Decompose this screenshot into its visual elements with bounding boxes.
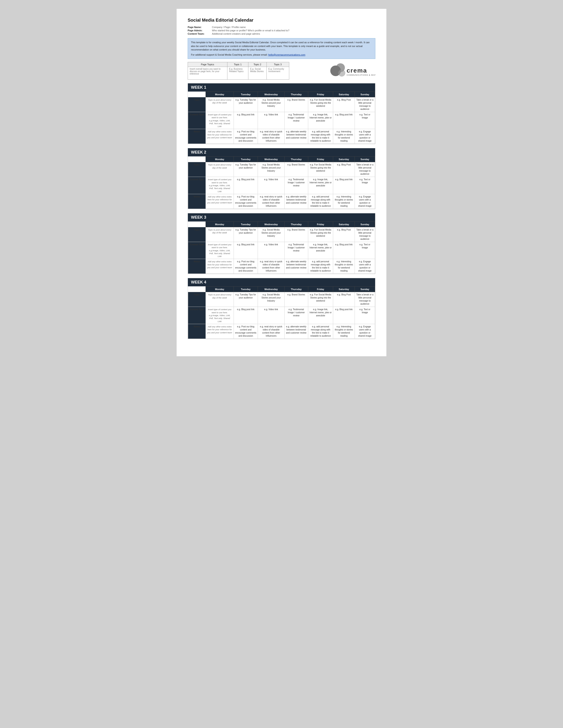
calendar-cell: e.g. add personal message along with the… xyxy=(308,259,333,274)
calendar-cell: e.g. Fun Social Media Stories going into… xyxy=(308,162,333,177)
table-row: NotesAdd any other extra notes here for … xyxy=(188,194,375,209)
day-header: Monday xyxy=(206,221,234,227)
calendar-cell: e.g. Post our blog content and encourage… xyxy=(233,129,258,144)
day-header: Wednesday xyxy=(258,92,285,97)
calendar-cell: e.g. Engage users with a question or sha… xyxy=(355,129,375,144)
meta-section: Page Name: Company / Page / Profile name… xyxy=(188,26,375,35)
row-label: Notes xyxy=(188,259,206,274)
calendar-cell: Take a break or a little personal messag… xyxy=(355,227,375,242)
week-block: WEEK 4MondayTuesdayWednesdayThursdayFrid… xyxy=(188,278,375,339)
row-label: Topic xyxy=(188,227,206,242)
day-header: Sunday xyxy=(355,221,375,227)
day-header: Monday xyxy=(206,157,234,162)
day-header: Tuesday xyxy=(233,92,258,97)
day-header: Sunday xyxy=(355,92,375,97)
calendar-cell: e.g. Engage users with a question or sha… xyxy=(355,259,375,274)
day-header: Saturday xyxy=(333,92,355,97)
row-label: Content Type xyxy=(188,307,206,324)
calendar-cell: Topic to post about every day of the wee… xyxy=(206,162,234,177)
info-text: This template is for creating your weekl… xyxy=(191,41,372,52)
calendar-cell: e.g. neat story or quick video of sharab… xyxy=(258,129,285,144)
corner-cell xyxy=(188,92,206,97)
day-header: Tuesday xyxy=(233,221,258,227)
page-name-value: Company / Page / Profile name xyxy=(212,26,246,28)
table-row: Content TypeInsert type of content you w… xyxy=(188,307,375,324)
calendar-cell: e.g. Interesting thoughts or stories for… xyxy=(333,129,355,144)
day-header: Tuesday xyxy=(233,157,258,162)
calendar-cell: e.g. Interesting thoughts or stories for… xyxy=(333,324,355,339)
table-row: Content TypeInsert type of content you w… xyxy=(188,177,375,194)
topics-table: Page TopicsTopic 1Topic 2Topic 3 Insert … xyxy=(188,62,289,80)
calendar-cell: e.g. Blog post link xyxy=(333,177,355,194)
calendar-cell: e.g. neat story or quick video of sharab… xyxy=(258,259,285,274)
calendar-cell: Add any other extra notes here for your … xyxy=(206,129,234,144)
table-row: TopicTopic to post about every day of th… xyxy=(188,227,375,242)
calendar-cell: e.g. Fun Social Media Stories going into… xyxy=(308,292,333,307)
day-header: Friday xyxy=(308,92,333,97)
week-block: WEEK 1MondayTuesdayWednesdayThursdayFrid… xyxy=(188,83,375,144)
day-header: Thursday xyxy=(285,157,308,162)
calendar-cell: e.g. neat story or quick video of sharab… xyxy=(258,324,285,339)
calendar-cell: e.g. Social Media Stories around your In… xyxy=(258,162,285,177)
calendar-cell: e.g. Brand Stories xyxy=(285,227,308,242)
calendar-cell: Insert type of content you want to use h… xyxy=(206,242,234,259)
topics-header-cell: Page Topics xyxy=(188,62,227,67)
calendar-cell: e.g. Blog post link xyxy=(233,112,258,129)
week-block: WEEK 3MondayTuesdayWednesdayThursdayFrid… xyxy=(188,213,375,274)
info-box: This template is for creating your weekl… xyxy=(188,38,375,59)
calendar-cell: e.g. Tuesday Tips for your audience xyxy=(233,97,258,112)
calendar-cell: e.g. Image link, Internet meme, joke or … xyxy=(308,177,333,194)
calendar-cell: e.g. Post our blog content and encourage… xyxy=(233,259,258,274)
calendar-cell: e.g. Blog post link xyxy=(233,242,258,259)
calendar-cell: e.g. Tuesday Tips for your audience xyxy=(233,292,258,307)
calendar-cell: Insert type of content you want to use h… xyxy=(206,307,234,324)
calendar-cell: e.g. Tuesday Tips for your audience xyxy=(233,227,258,242)
support-email-link[interactable]: hello@cremacommunications.com xyxy=(268,53,305,56)
row-label: Content Type xyxy=(188,177,206,194)
topics-data-cell: E.g. Social Media Stories xyxy=(248,67,266,80)
week-header: WEEK 4 xyxy=(188,278,375,286)
calendar-cell: e.g. Brand Stories xyxy=(285,97,308,112)
row-label: Content Type xyxy=(188,112,206,129)
calendar-cell: e.g. Blog post link xyxy=(333,112,355,129)
week-block: WEEK 2MondayTuesdayWednesdayThursdayFrid… xyxy=(188,148,375,209)
day-header: Tuesday xyxy=(233,287,258,292)
calendar-cell: Insert type of content you want to use h… xyxy=(206,112,234,129)
row-label: Topic xyxy=(188,162,206,177)
calendar-cell: Take a break or a little personal messag… xyxy=(355,97,375,112)
svg-text:COMMUNICATIONS & MARKETING: COMMUNICATIONS & MARKETING xyxy=(347,74,375,76)
topics-logo-section: Page TopicsTopic 1Topic 2Topic 3 Insert … xyxy=(188,62,375,80)
calendar-cell: e.g. Interesting thoughts or stories for… xyxy=(333,194,355,209)
calendar-cell: e.g. Social Media Stories around your In… xyxy=(258,292,285,307)
table-row: TopicTopic to post about every day of th… xyxy=(188,97,375,112)
calendar-cell: e.g. Tuesday Tips for your audience xyxy=(233,162,258,177)
calendar-table: MondayTuesdayWednesdayThursdayFridaySatu… xyxy=(188,92,375,144)
table-row: NotesAdd any other extra notes here for … xyxy=(188,259,375,274)
topics-data-cell: Insert overall topics you want to discus… xyxy=(188,67,227,80)
calendar-cell: e.g. Testimonial Image / customer review xyxy=(285,177,308,194)
calendar-cell: e.g. alternate weekly between testimonia… xyxy=(285,194,308,209)
calendar-cell: e.g. Social Media Stories around your In… xyxy=(258,97,285,112)
day-header: Sunday xyxy=(355,157,375,162)
row-label: Notes xyxy=(188,129,206,144)
calendar-cell: e.g. alternate weekly between testimonia… xyxy=(285,129,308,144)
calendar-cell: e.g. Blog post link xyxy=(233,307,258,324)
row-label: Content Type xyxy=(188,242,206,259)
calendar-cell: Add any other extra notes here for your … xyxy=(206,194,234,209)
calendar-cell: e.g. neat story or quick video of sharab… xyxy=(258,194,285,209)
calendar-cell: Take a break or a little personal messag… xyxy=(355,292,375,307)
day-header: Thursday xyxy=(285,92,308,97)
content-team-value: Additional content creators and page adm… xyxy=(212,32,260,35)
week-header: WEEK 2 xyxy=(188,148,375,156)
day-header: Saturday xyxy=(333,157,355,162)
page-admin-value: Who started this page or profile? Who's … xyxy=(212,29,290,32)
calendar-cell: e.g. Fun Social Media Stories going into… xyxy=(308,227,333,242)
calendar-cell: e.g. Video link xyxy=(258,112,285,129)
day-header: Friday xyxy=(308,157,333,162)
topics-header-cell: Topic 2 xyxy=(248,62,266,67)
calendar-cell: e.g. Video link xyxy=(258,307,285,324)
meta-page-name-row: Page Name: Company / Page / Profile name xyxy=(188,26,375,28)
table-row: NotesAdd any other extra notes here for … xyxy=(188,129,375,144)
corner-cell xyxy=(188,157,206,162)
calendar-cell: e.g. Testimonial Image / customer review xyxy=(285,112,308,129)
